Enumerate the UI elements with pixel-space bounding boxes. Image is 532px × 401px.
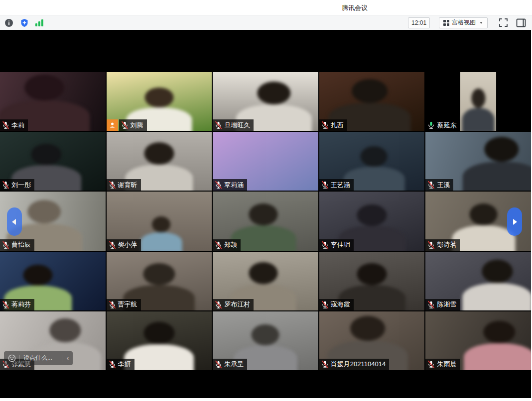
participant-label: 朱雨晨 [425,359,460,370]
mic-muted-icon [108,301,117,309]
mic-muted-icon [1,301,10,309]
participant-name: 寇海霞 [331,300,350,309]
video-tile-4[interactable]: 扎西 [319,72,425,131]
nameplate: 扎西 [319,119,347,131]
nameplate: 刘一彤 [0,179,34,191]
previous-page-button[interactable] [7,207,22,236]
toolbar: 12:01 宫格视图 ▼ [0,15,532,30]
mic-muted-icon [321,360,329,369]
chevron-down-icon: ▼ [479,21,483,24]
participant-label: 刘腾 [107,119,147,131]
video-tile-9[interactable]: 王艺涵 [319,132,425,191]
participant-name: 蒋莉芬 [11,300,31,309]
nameplate: 王溪 [425,179,453,191]
video-tile-8[interactable]: 覃莉涵 [213,132,318,191]
video-tile-5[interactable]: 蔡延东 [425,72,531,131]
video-tile-3[interactable]: 旦增旺久 [213,72,318,131]
video-tile-14[interactable]: 李佳玥 [319,192,425,250]
video-tile-17[interactable]: 曹宇航 [107,252,212,310]
participant-grid: 李莉 刘腾 [0,72,531,370]
video-tile-18[interactable]: 罗布江村 [213,252,318,310]
mic-muted-icon [108,241,117,249]
nameplate: 陈湘雪 [425,299,460,310]
participant-label: 王艺涵 [319,179,354,191]
nameplate: 李莉 [0,119,28,131]
mic-muted-icon [214,360,223,369]
participant-label: 刘一彤 [0,179,34,191]
meeting-info-icon[interactable] [4,18,13,27]
participant-silhouette [462,89,495,131]
participant-name: 刘腾 [131,121,143,130]
mic-muted-icon [321,301,329,309]
video-tile-24[interactable]: 肖媛月2021104014 [319,311,425,370]
participant-silhouette [464,321,531,370]
participant-name: 扎西 [331,121,344,130]
view-mode-label: 宫格视图 [452,18,476,27]
nameplate: 樊小萍 [107,239,141,251]
video-tile-10[interactable]: 王溪 [425,132,531,191]
participant-label: 曹宇航 [107,299,141,310]
emoji-icon[interactable] [8,354,16,362]
participant-label: 覃莉涵 [213,179,247,191]
participant-name: 朱雨晨 [437,360,456,369]
participant-label: 李佳玥 [319,239,354,251]
video-tile-20[interactable]: 陈湘雪 [425,252,531,310]
video-tile-6[interactable]: 刘一彤 [0,132,106,191]
mic-muted-icon [1,241,10,249]
nameplate: 王艺涵 [319,179,354,191]
participant-name: 罗布江村 [224,300,250,309]
video-tile-1[interactable]: 李莉 [0,72,106,131]
participant-name: 李佳玥 [331,240,350,249]
nameplate: 旦增旺久 [213,119,254,131]
participant-silhouette [462,137,531,191]
video-tile-12[interactable]: 樊小萍 [107,192,212,250]
participant-label: 樊小萍 [107,239,141,251]
mic-muted-icon [321,121,329,129]
video-tile-22[interactable]: 李妍 [107,311,212,370]
video-tile-23[interactable]: 朱承呈 [213,311,318,370]
video-tile-25[interactable]: 朱雨晨 [425,311,531,370]
chat-input-bar[interactable]: 说点什么... ‹ [4,351,73,365]
participant-label: 朱承呈 [213,359,247,370]
participant-silhouette [462,260,531,310]
participant-label: 蔡延东 [425,119,460,131]
app-title: 腾讯会议 [342,3,368,12]
video-tile-19[interactable]: 寇海霞 [319,252,425,310]
fullscreen-icon[interactable] [499,18,508,27]
divider [19,355,20,362]
network-signal-icon[interactable] [35,19,43,26]
participant-silhouette [125,322,194,370]
participant-label: 寇海霞 [319,299,354,310]
bottom-margin [0,398,532,401]
mic-muted-icon [121,121,129,129]
video-tile-2[interactable]: 刘腾 [107,72,212,131]
participant-name: 王溪 [437,181,450,190]
participant-label: 郑颉 [213,239,241,251]
mic-muted-icon [108,360,117,369]
participant-label: 扎西 [319,119,347,131]
video-tile-13[interactable]: 郑颉 [213,192,318,250]
nameplate: 寇海霞 [319,299,354,310]
chat-input[interactable]: 说点什么... [23,354,58,362]
participant-name: 肖媛月2021104014 [331,360,386,369]
nameplate: 李妍 [107,359,134,370]
view-mode-button[interactable]: 宫格视图 ▼ [439,17,488,28]
video-tile-7[interactable]: 谢育昕 [107,132,212,191]
next-page-button[interactable] [507,207,522,236]
participant-name: 王艺涵 [331,181,350,190]
nameplate: 曹宇航 [107,299,141,310]
participant-label: 旦增旺久 [213,119,254,131]
meeting-timer: 12:01 [408,17,430,28]
nameplate: 谢育昕 [107,179,141,191]
side-panel-toggle-icon[interactable] [516,18,526,27]
mic-muted-icon [427,301,435,309]
nameplate: 彭诗茗 [425,239,460,251]
participant-label: 蒋莉芬 [0,299,34,310]
participant-label: 彭诗茗 [425,239,460,251]
video-tile-16[interactable]: 蒋莉芬 [0,252,106,310]
video-tile-21[interactable]: 张紫慧 说点什么... ‹ [0,311,106,370]
collapse-chat-icon[interactable]: ‹ [66,354,69,362]
security-shield-icon[interactable] [20,18,29,27]
participant-silhouette [452,203,515,251]
mic-muted-icon [427,360,435,369]
